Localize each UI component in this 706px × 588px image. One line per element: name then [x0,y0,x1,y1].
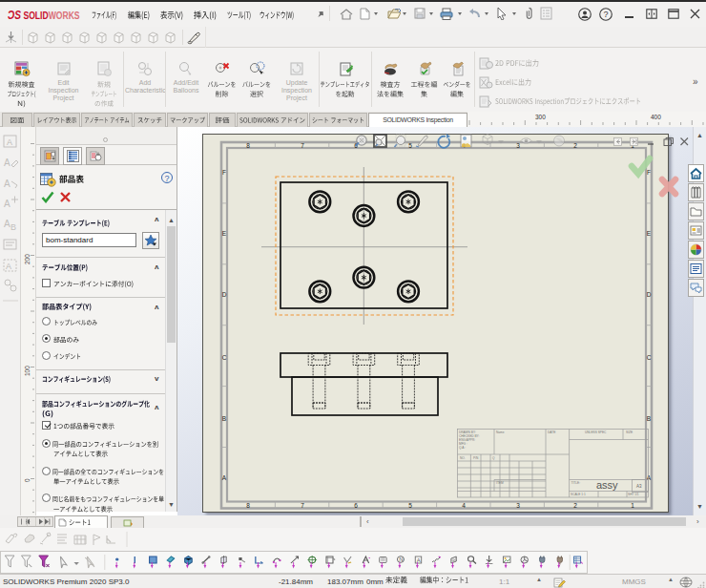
svg-text:SIZE: SIZE [626,430,633,434]
svg-text:E: E [647,230,652,237]
svg-text:assy: assy [596,479,618,491]
svg-text:ITEM: ITEM [496,481,504,485]
svg-text:0: 0 [24,478,31,482]
svg-text:B: B [10,222,16,232]
svg-text:A: A [222,474,227,481]
svg-text:5: 5 [408,502,412,509]
svg-text:?: ? [603,10,608,19]
svg-text:P/N: P/N [473,456,479,460]
svg-text:TITLE:: TITLE: [571,481,581,485]
svg-text:8: 8 [246,142,250,149]
svg-text:A: A [4,158,10,168]
svg-text:7: 7 [301,502,304,509]
svg-text:200: 200 [24,254,31,264]
svg-text:6: 6 [354,502,358,509]
svg-text:C: C [647,354,652,361]
svg-text:Name: Name [496,430,505,434]
svg-text:7: 7 [301,142,304,149]
svg-text:SCALE 1:1: SCALE 1:1 [571,493,586,496]
svg-text:SHT 1/1: SHT 1/1 [628,493,639,496]
svg-text:Q: Q [492,456,495,460]
svg-text:A: A [4,178,10,189]
svg-text:N: N [399,556,403,562]
svg-text:A: A [4,199,10,209]
svg-text:A: A [647,474,652,481]
svg-text:A: A [4,219,10,229]
svg-text:8: 8 [246,502,250,509]
svg-text:NO.: NO. [460,456,466,460]
svg-text:D: D [222,291,227,298]
svg-text:E: E [222,230,227,237]
svg-text:4: 4 [462,502,466,509]
svg-text:3: 3 [516,502,520,509]
svg-text:Q.A :: Q.A : [459,446,466,450]
svg-text:D: D [647,291,652,298]
svg-text:DATE: DATE [548,430,555,434]
svg-text:1: 1 [631,502,634,509]
svg-text:B: B [222,415,226,422]
svg-text:UNLESS SPEC: UNLESS SPEC [585,430,607,434]
svg-text:A3: A3 [636,484,642,489]
svg-text:F: F [222,169,226,176]
svg-text:2: 2 [573,502,577,509]
svg-text:100: 100 [24,366,31,376]
svg-text:B: B [647,415,651,422]
svg-text:C: C [222,354,227,361]
svg-text:A: A [7,137,12,147]
svg-text:A: A [6,262,11,271]
